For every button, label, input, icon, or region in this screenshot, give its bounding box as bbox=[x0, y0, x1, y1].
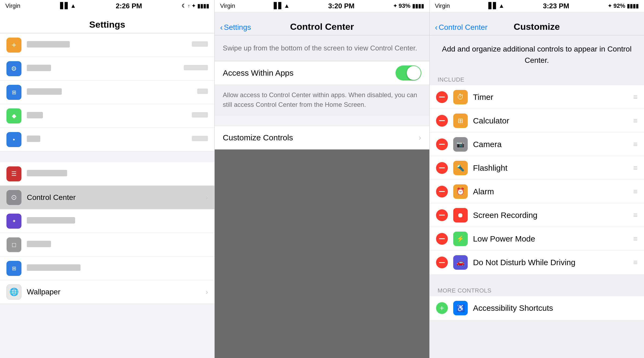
settings-row-7[interactable]: ✦ bbox=[0, 209, 214, 233]
control-dnd-driving-row[interactable]: 🚗 Do Not Disturb While Driving ≡ bbox=[430, 251, 644, 274]
status-bar-2: Virgin ▋▋ ▲ 3:20 PM ✦ 93% ▮▮▮▮ bbox=[215, 0, 429, 12]
add-accessibility-btn[interactable]: + bbox=[436, 302, 448, 314]
settings-row-control-center[interactable]: ⊙ Control Center › bbox=[0, 186, 214, 209]
nav-bar-2: ‹ Settings Control Center bbox=[215, 12, 429, 35]
carrier-2: Virgin bbox=[220, 2, 235, 9]
drag-handle-alarm[interactable]: ≡ bbox=[633, 187, 638, 196]
accessibility-label: Accessibility Shortcuts bbox=[473, 304, 638, 313]
location-icon: ↑ bbox=[188, 3, 190, 9]
drag-handle-calculator[interactable]: ≡ bbox=[633, 116, 638, 125]
control-center-panel: Virgin ▋▋ ▲ 3:20 PM ✦ 93% ▮▮▮▮ ‹ Setting… bbox=[215, 0, 429, 358]
row-value-1 bbox=[192, 41, 208, 49]
remove-dnd-driving-btn[interactable] bbox=[436, 257, 448, 268]
camera-icon: 📷 bbox=[453, 137, 468, 152]
battery-pct-2: 93% bbox=[399, 2, 411, 9]
settings-row-8[interactable]: ◻ bbox=[0, 233, 214, 257]
drag-handle-screen-recording[interactable]: ≡ bbox=[633, 211, 638, 220]
flashlight-icon: 🔦 bbox=[453, 161, 468, 175]
signal-wifi-3: ▋▋ ▲ bbox=[488, 2, 504, 9]
back-to-cc[interactable]: ‹ Control Center bbox=[435, 23, 488, 32]
control-camera-row[interactable]: 📷 Camera ≡ bbox=[430, 133, 644, 156]
app-icon-1: + bbox=[6, 38, 21, 53]
settings-row-1[interactable]: + bbox=[0, 33, 214, 57]
row-label-2 bbox=[27, 64, 178, 73]
settings-row-4[interactable]: ◆ bbox=[0, 104, 214, 128]
signal-wifi-1: ▋▋ ▲ bbox=[60, 2, 76, 9]
app-icon-5: ▪ bbox=[6, 132, 21, 147]
time-2: 3:20 PM bbox=[328, 2, 354, 10]
app-icon-6: ☰ bbox=[6, 166, 21, 181]
settings-row-5[interactable]: ▪ bbox=[0, 128, 214, 151]
chevron-wallpaper: › bbox=[206, 288, 208, 296]
signal-wifi-2: ▋▋ ▲ bbox=[274, 2, 290, 9]
bluetooth-icon-1: ✦ bbox=[192, 3, 196, 9]
remove-camera-btn[interactable] bbox=[436, 138, 448, 150]
settings-row-2[interactable]: ⚙ bbox=[0, 57, 214, 81]
control-timer-row[interactable]: ⏱ Timer ≡ bbox=[430, 85, 644, 109]
right-icons-1: ☾ ↑ ✦ ▮▮▮▮ bbox=[182, 3, 209, 9]
nav-bar-3: ‹ Control Center Customize bbox=[430, 12, 644, 35]
remove-flashlight-btn[interactable] bbox=[436, 162, 448, 174]
include-list: ⏱ Timer ≡ ⊞ Calculator ≡ 📷 Camer bbox=[430, 85, 644, 274]
settings-row-9[interactable]: ⊞ bbox=[0, 257, 214, 280]
row-label-4 bbox=[27, 112, 186, 120]
settings-row-6[interactable]: ☰ bbox=[0, 162, 214, 186]
wifi-icon-1: ▲ bbox=[70, 2, 76, 9]
settings-row-wallpaper[interactable]: 🌐 Wallpaper › bbox=[0, 280, 214, 304]
row-label-8 bbox=[27, 240, 208, 249]
more-controls-header: MORE CONTROLS bbox=[430, 285, 644, 296]
control-alarm-row[interactable]: ⏰ Alarm ≡ bbox=[430, 180, 644, 203]
back-to-settings[interactable]: ‹ Settings bbox=[220, 23, 251, 32]
battery-icon-2: ▮▮▮▮ bbox=[412, 3, 424, 9]
remove-alarm-btn[interactable] bbox=[436, 186, 448, 198]
customize-controls-row[interactable]: Customize Controls › bbox=[215, 126, 429, 149]
drag-handle-timer[interactable]: ≡ bbox=[633, 93, 638, 101]
access-toggle[interactable] bbox=[396, 65, 421, 81]
app-icon-cc: ⊙ bbox=[6, 190, 21, 205]
alarm-label: Alarm bbox=[473, 187, 628, 196]
dnd-driving-label: Do Not Disturb While Driving bbox=[473, 258, 628, 267]
control-calculator-row[interactable]: ⊞ Calculator ≡ bbox=[430, 109, 644, 133]
wifi-icon-2: ▲ bbox=[284, 2, 290, 9]
signal-bars-1: ▋▋ bbox=[60, 2, 69, 9]
row-label-cc: Control Center bbox=[27, 193, 198, 202]
app-icon-2: ⚙ bbox=[6, 61, 21, 76]
row-label-1 bbox=[27, 41, 186, 49]
signal-bars-3: ▋▋ bbox=[488, 2, 497, 9]
settings-row-3[interactable]: ⊞ bbox=[0, 81, 214, 104]
app-icon-7: ✦ bbox=[6, 214, 21, 229]
control-accessibility-row[interactable]: + ♿ Accessibility Shortcuts bbox=[430, 296, 644, 320]
remove-calculator-btn[interactable] bbox=[436, 115, 448, 127]
remove-screen-recording-btn[interactable] bbox=[436, 209, 448, 221]
flashlight-label: Flashlight bbox=[473, 163, 628, 173]
customize-content: Add and organize additional controls to … bbox=[430, 35, 644, 358]
control-screen-recording-row[interactable]: ⏺ Screen Recording ≡ bbox=[430, 203, 644, 227]
cc-gray-placeholder bbox=[215, 149, 429, 358]
customize-chevron: › bbox=[419, 133, 421, 142]
control-flashlight-row[interactable]: 🔦 Flashlight ≡ bbox=[430, 156, 644, 180]
drag-handle-flashlight[interactable]: ≡ bbox=[633, 164, 638, 172]
drag-handle-camera[interactable]: ≡ bbox=[633, 140, 638, 149]
row-value-2 bbox=[184, 65, 208, 72]
remove-low-power-btn[interactable] bbox=[436, 233, 448, 245]
more-controls-list: + ♿ Accessibility Shortcuts bbox=[430, 296, 644, 320]
drag-handle-low-power[interactable]: ≡ bbox=[633, 235, 638, 243]
row-value-3 bbox=[197, 89, 208, 96]
screen-recording-icon: ⏺ bbox=[453, 208, 468, 222]
toggle-knob bbox=[407, 66, 421, 80]
battery-icon-3: ▮▮▮▮ bbox=[627, 3, 639, 9]
access-within-apps-row[interactable]: Access Within Apps bbox=[215, 61, 429, 85]
dnd-driving-icon: 🚗 bbox=[453, 255, 468, 270]
customize-label: Customize Controls bbox=[223, 133, 416, 142]
control-low-power-row[interactable]: ⚡ Low Power Mode ≡ bbox=[430, 227, 644, 251]
more-controls-gap bbox=[430, 274, 644, 285]
time-3: 3:23 PM bbox=[543, 2, 569, 10]
customize-description: Add and organize additional controls to … bbox=[430, 35, 644, 74]
chevron-cc: › bbox=[206, 193, 208, 202]
row-label-7 bbox=[27, 217, 208, 225]
right-icons-2: ✦ 93% ▮▮▮▮ bbox=[393, 2, 424, 9]
cc-description: Swipe up from the bottom of the screen t… bbox=[215, 35, 429, 61]
moon-icon: ☾ bbox=[182, 3, 186, 9]
drag-handle-dnd-driving[interactable]: ≡ bbox=[633, 258, 638, 267]
remove-timer-btn[interactable] bbox=[436, 91, 448, 103]
